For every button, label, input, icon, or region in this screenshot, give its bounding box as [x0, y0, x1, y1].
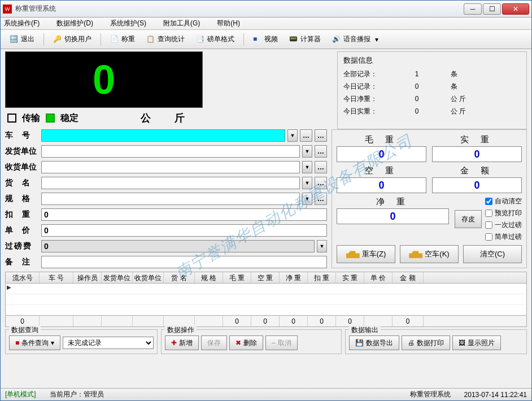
- clear-button[interactable]: 清空(C): [463, 245, 522, 263]
- col-header[interactable]: 货 名: [164, 272, 195, 283]
- calc-icon: 📟: [289, 35, 298, 44]
- tb-exit[interactable]: 🔙退出: [5, 33, 39, 46]
- chk-preview[interactable]: 预览打印: [485, 208, 522, 218]
- col-header[interactable]: 空 重: [251, 272, 280, 283]
- menu-tools[interactable]: 附加工具(G): [163, 19, 200, 28]
- minimize-button[interactable]: ─: [464, 3, 482, 15]
- col-header[interactable]: 实 重: [336, 272, 364, 283]
- status-mode: [单机模式]: [5, 390, 36, 399]
- query-panel: 数据查询 ■条件查询▾ 未完成记录: [5, 329, 158, 354]
- save-button[interactable]: 保存: [201, 335, 227, 350]
- output-panel: 数据输出 💾数据导出 🖨数据打印 🖼显示照片: [345, 329, 527, 354]
- menu-system[interactable]: 系统操作(F): [4, 19, 40, 28]
- empty-truck-button[interactable]: 空车(K): [400, 245, 459, 263]
- key-icon: 🔑: [53, 35, 62, 44]
- col-header[interactable]: 操作员: [73, 272, 102, 283]
- goods-btn[interactable]: …: [315, 177, 327, 189]
- filter-select[interactable]: 未完成记录: [63, 337, 154, 349]
- truck-icon: [346, 250, 360, 258]
- weight-display-value: 0: [93, 56, 115, 103]
- save-tare-button[interactable]: 存皮: [455, 210, 482, 228]
- menu-help[interactable]: 帮助(H): [217, 19, 240, 28]
- deduct-input[interactable]: [41, 208, 327, 221]
- cancel-button[interactable]: –取消: [265, 335, 298, 350]
- price-input[interactable]: [41, 224, 327, 237]
- heavy-truck-button[interactable]: 重车(Z): [337, 245, 395, 263]
- spec-input[interactable]: [41, 193, 300, 205]
- col-header[interactable]: 发货单位: [102, 272, 133, 283]
- gross-weight: 0: [337, 146, 426, 162]
- goods-dropdown[interactable]: ▼: [302, 177, 312, 189]
- add-button[interactable]: ✚新增: [165, 335, 199, 350]
- content: 南宁誉满华自动化称重设备有限公司 0 传输 稳定 公 斤 数据信息 全部记录：1…: [1, 49, 531, 388]
- goods-input[interactable]: [41, 177, 300, 189]
- col-header[interactable]: 流水号: [6, 272, 40, 283]
- print-button[interactable]: 🖨数据打印: [402, 335, 450, 350]
- col-header[interactable]: 车 号: [40, 272, 73, 283]
- sender-btn[interactable]: …: [315, 145, 327, 158]
- tare-weight: 0: [337, 177, 426, 193]
- status-time: 2013-07-14 11:22:41: [464, 391, 527, 399]
- tb-format[interactable]: 📑磅单格式: [191, 33, 239, 46]
- remark-input[interactable]: [41, 256, 327, 268]
- amount: 0: [432, 177, 522, 193]
- ops-panel: 数据操作 ✚新增 保存 ✖删除 –取消: [161, 329, 342, 354]
- grid-body[interactable]: [6, 284, 526, 315]
- cond-query-button[interactable]: ■条件查询▾: [9, 335, 60, 350]
- delete-button[interactable]: ✖删除: [229, 335, 263, 350]
- col-header[interactable]: 金 额: [393, 272, 424, 283]
- fee-input[interactable]: [41, 240, 315, 252]
- titlebar: W 称重管理系统 ─ ☐ ✕: [1, 1, 531, 18]
- video-icon: ■: [253, 35, 262, 44]
- app-icon: W: [3, 5, 12, 14]
- export-button[interactable]: 💾数据导出: [349, 335, 399, 350]
- menu-sysmaint[interactable]: 系统维护(S): [110, 19, 146, 28]
- maximize-button[interactable]: ☐: [483, 3, 501, 15]
- col-header[interactable]: 扣 重: [308, 272, 336, 283]
- photo-button[interactable]: 🖼显示照片: [452, 335, 501, 350]
- image-icon: 🖼: [459, 339, 465, 347]
- net-weight: 0: [337, 208, 449, 224]
- chk-once[interactable]: 一次过磅: [485, 220, 522, 230]
- disk-icon: 💾: [355, 339, 364, 347]
- receiver-input[interactable]: [41, 161, 300, 173]
- real-weight: 0: [432, 146, 522, 162]
- close-button[interactable]: ✕: [502, 3, 529, 15]
- car-no-input[interactable]: [41, 129, 285, 142]
- sender-dropdown[interactable]: ▼: [302, 145, 312, 158]
- form-panel: 车 号▼…… 发货单位▼… 收货单位▼… 货 名▼… 规 格▼… 扣 重 单 价…: [5, 129, 327, 268]
- chk-auto-clear[interactable]: 自动清空: [485, 197, 522, 206]
- chk-simple[interactable]: 简单过磅: [485, 232, 522, 242]
- toolbar: 🔙退出 🔑切换用户 📄称重 📋查询统计 📑磅单格式 ■视频 📟计算器 🔊语音播报…: [1, 30, 531, 49]
- tb-calc[interactable]: 📟计算器: [285, 33, 325, 46]
- app-window: W 称重管理系统 ─ ☐ ✕ 系统操作(F) 数据维护(D) 系统维护(S) 附…: [0, 0, 532, 401]
- unit-label: 公 斤: [141, 111, 191, 125]
- col-header[interactable]: 收货单位: [133, 272, 164, 283]
- printer-icon: 🖨: [408, 339, 415, 347]
- receiver-dropdown[interactable]: ▼: [302, 161, 312, 173]
- stable-indicator: [46, 114, 55, 123]
- col-header[interactable]: 毛 重: [223, 272, 251, 283]
- car-no-btn2[interactable]: …: [315, 129, 327, 142]
- menu-data[interactable]: 数据维护(D): [56, 19, 93, 28]
- col-header[interactable]: 净 重: [280, 272, 308, 283]
- tb-weigh[interactable]: 📄称重: [106, 33, 139, 46]
- tb-video[interactable]: ■视频: [248, 33, 282, 46]
- car-no-dropdown[interactable]: ▼: [287, 129, 298, 142]
- tb-switch-user[interactable]: 🔑切换用户: [49, 33, 96, 46]
- data-info-panel: 数据信息 全部记录：1条 今日记录：0条 今日净重：0公 斤 今日实重：0公 斤: [337, 51, 527, 129]
- tb-voice[interactable]: 🔊语音播报▾: [328, 33, 383, 46]
- statusbar: [单机模式] 当前用户：管理员 称重管理系统 2013-07-14 11:22:…: [1, 388, 531, 400]
- weight-panel: 毛 重0 实 重0 空 重0 金 额0 净 重0 存皮 自动清空 预览打印 一次…: [332, 129, 527, 268]
- truck-icon: [409, 250, 422, 258]
- receiver-btn[interactable]: …: [315, 161, 327, 173]
- tb-query[interactable]: 📋查询统计: [142, 33, 189, 46]
- col-header[interactable]: 单 价: [364, 272, 393, 283]
- fee-dropdown[interactable]: ▼: [317, 240, 327, 252]
- spec-btn[interactable]: …: [315, 193, 327, 205]
- col-header[interactable]: 规 格: [195, 272, 223, 283]
- sender-input[interactable]: [41, 145, 300, 158]
- car-no-btn1[interactable]: …: [300, 129, 312, 142]
- spec-dropdown[interactable]: ▼: [302, 193, 312, 205]
- transfer-indicator: [7, 114, 16, 123]
